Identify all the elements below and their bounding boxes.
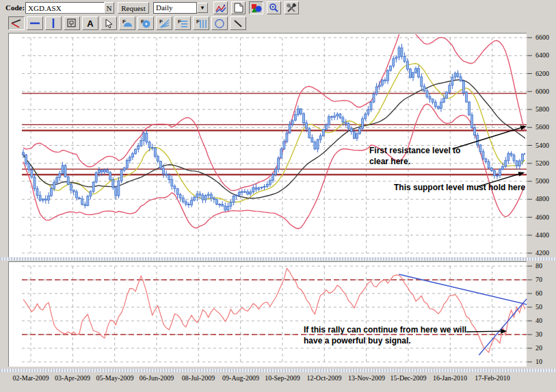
fibonacci-arc-tool-button[interactable]: F — [119, 16, 135, 30]
price-axis-label: 4400 — [535, 231, 549, 239]
x-axis-label: 03-Apr-2009 — [55, 374, 90, 382]
indicator-axis-label: 30 — [535, 330, 542, 338]
price-chart-icon — [215, 3, 226, 13]
callout-tool-button[interactable] — [64, 16, 80, 30]
support-annotation: This support level must hold here — [394, 182, 525, 193]
ellipse-tool-button[interactable] — [211, 16, 228, 30]
price-chart-button[interactable] — [213, 1, 228, 14]
period-dropdown[interactable]: Daily — [153, 2, 197, 14]
trendline-tool-button[interactable] — [8, 16, 25, 30]
fibonacci-arc-icon: F — [122, 18, 133, 29]
request-button[interactable]: Request — [118, 2, 149, 14]
trendline-icon — [10, 18, 23, 28]
svg-text:F: F — [159, 18, 163, 25]
horizontal-line-tool-button[interactable] — [27, 16, 43, 30]
x-axis-label: 05-May-2009 — [96, 374, 134, 382]
indicator-axis-label: 50 — [535, 303, 542, 311]
indicator-axis-label: 10 — [535, 358, 542, 365]
pointer-tool-button[interactable] — [101, 16, 117, 30]
price-axis-label: 4200 — [535, 249, 549, 257]
x-axis-label: 12-Oct-2009 — [306, 374, 341, 382]
panel-splitter[interactable] — [0, 257, 556, 261]
display-shapes-icon — [251, 3, 262, 13]
price-axis-label: 4800 — [535, 195, 549, 202]
price-axis-label: 6400 — [535, 51, 549, 59]
indicator-chart-panel[interactable] — [8, 261, 527, 367]
rally-annotation: If this rally can continue from here we … — [304, 324, 466, 346]
callout-icon — [67, 18, 77, 28]
x-axis-label: 02-Mar-2009 — [12, 374, 49, 382]
price-axis-label: 6000 — [535, 88, 549, 95]
price-axis-label: 6600 — [535, 34, 549, 41]
toolbar-drawing: A F F F F F — [0, 16, 556, 31]
svg-text:F: F — [196, 18, 200, 25]
line-tool-button[interactable] — [230, 16, 246, 30]
price-axis-label: 4600 — [535, 213, 549, 221]
price-axis-label: 5400 — [535, 142, 549, 149]
indicator-axis-label: 70 — [535, 276, 542, 283]
n-button[interactable]: N — [104, 2, 114, 14]
price-axis-label: 5600 — [535, 123, 549, 131]
x-axis-label: 09-Aug-2009 — [222, 374, 259, 382]
code-input[interactable] — [25, 2, 105, 14]
indicator-axis-label: 20 — [535, 344, 542, 352]
fibonacci-retracement-tool-button[interactable]: F — [174, 16, 191, 30]
line-segment-icon — [233, 19, 243, 28]
panel-splitter-bottom[interactable] — [0, 369, 556, 372]
x-axis-label: 13-Nov-2009 — [348, 374, 385, 382]
vertical-line-icon — [47, 18, 59, 29]
indicator-axis-label: 60 — [535, 289, 542, 297]
fibonacci-fan-tool-button[interactable]: F — [156, 16, 172, 30]
display-shapes-button[interactable] — [249, 1, 263, 14]
fibonacci-fan-icon: F — [159, 18, 170, 29]
fibonacci-timezone-tool-button[interactable]: F — [193, 16, 209, 30]
horizontal-line-icon — [29, 18, 41, 28]
charting-app-window: { "window": { "bg_color": "#d6d3ce" }, "… — [0, 0, 556, 392]
price-axis-label: 5200 — [535, 159, 549, 167]
zoom-button[interactable] — [267, 1, 281, 14]
x-axis-label: 17-Feb-2010 — [475, 374, 510, 382]
indicator-axis-label: 80 — [535, 262, 542, 270]
text-tool-label: A — [87, 18, 93, 29]
pointer-icon — [105, 18, 113, 29]
price-axis-label: 5800 — [535, 105, 549, 113]
fibonacci-circle-tool-button[interactable]: F — [137, 16, 154, 30]
x-axis-label: 10-Sep-2009 — [265, 374, 300, 382]
fibonacci-circle-icon: F — [140, 18, 151, 29]
indicator-axis-label: 40 — [535, 317, 542, 324]
new-page-button[interactable] — [231, 1, 246, 14]
tools-button[interactable] — [284, 1, 299, 14]
code-label: Code: — [5, 3, 25, 12]
toolbar-main: Code: N Request Daily ▼ — [0, 0, 556, 16]
x-axis-label: 06-Jun-2009 — [140, 374, 174, 382]
new-page-icon — [234, 3, 243, 13]
price-axis-label: 6200 — [535, 70, 549, 77]
x-axis-label: 16-Jan-2010 — [433, 374, 467, 382]
period-dropdown-arrow[interactable]: ▼ — [197, 3, 208, 13]
resistance-annotation: First resistance level to clear here. — [369, 145, 460, 167]
text-tool-button[interactable]: A — [82, 16, 98, 30]
zoom-icon — [269, 3, 279, 13]
x-axis-label: 08-Jul-2009 — [182, 374, 215, 382]
price-axis-label: 5000 — [535, 177, 549, 185]
svg-text:F: F — [178, 18, 181, 25]
ellipse-icon — [214, 18, 225, 29]
fibonacci-timezone-icon: F — [196, 18, 207, 29]
tools-icon — [287, 3, 297, 13]
x-axis-label: 15-Dec-2009 — [390, 374, 427, 382]
vertical-line-tool-button[interactable] — [45, 16, 62, 30]
fibonacci-retracement-icon: F — [177, 18, 188, 29]
